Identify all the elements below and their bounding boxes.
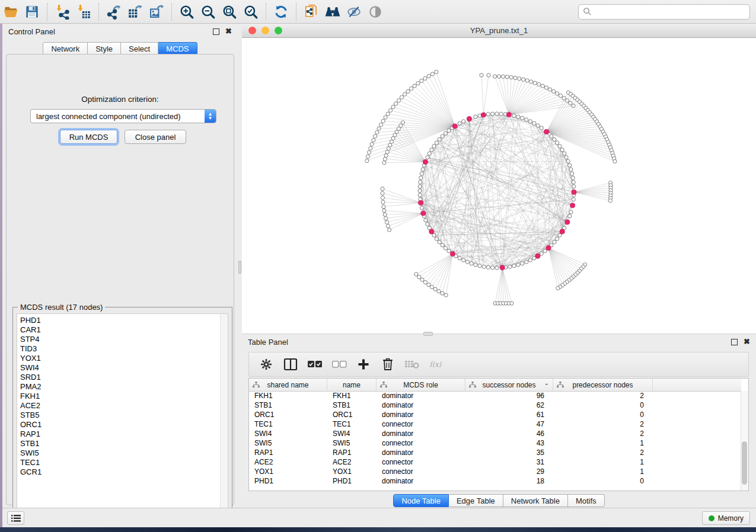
mcds-result-item[interactable]: SWI4 bbox=[20, 363, 228, 373]
network-view-window: YPA_prune.txt_1 bbox=[242, 24, 756, 334]
column-header-name[interactable]: name bbox=[327, 379, 377, 391]
table-tab-network-table[interactable]: Network Table bbox=[503, 494, 568, 507]
mcds-result-item[interactable]: TEC1 bbox=[20, 458, 228, 467]
export-image-icon[interactable] bbox=[146, 2, 167, 21]
table-row[interactable]: STB1STB1dominator620 bbox=[249, 400, 741, 410]
close-panel-icon[interactable]: ✖ bbox=[225, 28, 232, 34]
node-column-icon bbox=[253, 382, 260, 390]
zoom-fit-icon[interactable] bbox=[219, 2, 240, 21]
table-cell: SWI4 bbox=[249, 430, 327, 438]
export-network-icon[interactable] bbox=[103, 2, 125, 21]
show-graphics-details-icon[interactable] bbox=[365, 2, 386, 21]
search-binoculars-icon[interactable] bbox=[322, 2, 343, 21]
open-file-icon[interactable] bbox=[0, 2, 21, 21]
mcds-result-item[interactable]: PHD1 bbox=[20, 316, 228, 325]
table-row[interactable]: FKH1FKH1dominator962 bbox=[249, 391, 741, 400]
mcds-result-item[interactable]: STB5 bbox=[20, 411, 228, 420]
run-mcds-button[interactable]: Run MCDS bbox=[60, 130, 117, 144]
network-window-titlebar[interactable]: YPA_prune.txt_1 bbox=[242, 24, 756, 38]
delete-columns-icon[interactable] bbox=[380, 357, 395, 372]
zoom-selected-icon[interactable] bbox=[240, 2, 261, 21]
table-cell: connector bbox=[377, 420, 465, 428]
float-panel-icon[interactable] bbox=[213, 28, 219, 35]
table-cell: 62 bbox=[465, 401, 553, 409]
table-cell: 35 bbox=[465, 448, 553, 457]
table-cell: ORC1 bbox=[327, 411, 377, 419]
table-tab-motifs[interactable]: Motifs bbox=[568, 494, 605, 507]
mcds-result-list[interactable]: PHD1CAR1STP4TID3YOX1SWI4SRD1PMA2FKH1ACE2… bbox=[17, 313, 228, 524]
table-cell: connector bbox=[377, 439, 465, 447]
table-scrollbar[interactable] bbox=[741, 391, 748, 491]
select-all-rows-icon[interactable] bbox=[307, 357, 323, 372]
mcds-result-item[interactable]: TID3 bbox=[20, 344, 228, 354]
column-header-predecessor-nodes[interactable]: predecessor nodes bbox=[553, 379, 653, 391]
network-nodes[interactable] bbox=[365, 70, 617, 305]
mcds-result-item[interactable]: ORC1 bbox=[20, 420, 228, 430]
memory-button[interactable]: Memory bbox=[702, 511, 750, 525]
table-cell: 1 bbox=[553, 467, 653, 476]
import-table-icon[interactable] bbox=[73, 2, 94, 21]
scrollbar-thumb[interactable] bbox=[742, 441, 747, 485]
network-search-box[interactable] bbox=[578, 4, 750, 20]
table-row[interactable]: TEC1TEC1connector472 bbox=[249, 419, 741, 429]
close-table-panel-icon[interactable]: ✖ bbox=[744, 339, 750, 345]
show-columns-icon[interactable] bbox=[283, 357, 298, 372]
zoom-out-icon[interactable] bbox=[197, 2, 219, 21]
deselect-all-rows-icon[interactable] bbox=[331, 357, 347, 372]
zoom-in-icon[interactable] bbox=[176, 2, 197, 21]
table-options-gear-icon[interactable] bbox=[259, 357, 274, 372]
task-history-button[interactable] bbox=[7, 511, 24, 525]
mcds-result-item[interactable]: GCR1 bbox=[20, 467, 228, 477]
table-row[interactable]: PHD1PHD1dominator180 bbox=[249, 476, 741, 486]
hide-graphics-details-icon[interactable] bbox=[343, 2, 365, 21]
task-list-icon bbox=[11, 514, 21, 523]
table-tab-edge-table[interactable]: Edge Table bbox=[449, 494, 503, 507]
sort-indicator-icon: ⌄ bbox=[544, 380, 549, 386]
add-column-icon[interactable] bbox=[356, 357, 371, 372]
table-row[interactable]: ORC1ORC1dominator610 bbox=[249, 410, 741, 419]
mcds-result-item[interactable]: YOX1 bbox=[20, 354, 228, 363]
column-header-MCDS-role[interactable]: MCDS role bbox=[377, 379, 465, 391]
mcds-result-item[interactable]: ACE2 bbox=[20, 401, 228, 411]
table-row[interactable]: RAP1RAP1dominator352 bbox=[249, 448, 741, 457]
tab-network[interactable]: Network bbox=[43, 42, 88, 55]
table-row[interactable]: SWI5SWI5connector431 bbox=[249, 438, 741, 448]
mcds-result-item[interactable]: SRD1 bbox=[20, 373, 228, 382]
mcds-result-item[interactable]: CAR1 bbox=[20, 325, 228, 335]
dropdown-stepper-icon: ▲▼ bbox=[205, 110, 216, 123]
refresh-layout-icon[interactable] bbox=[270, 2, 292, 21]
close-panel-button[interactable]: Close panel bbox=[125, 130, 186, 144]
network-canvas[interactable] bbox=[242, 38, 756, 334]
table-cell: 18 bbox=[465, 477, 553, 485]
mcds-list-scrollbar[interactable] bbox=[220, 314, 228, 523]
mcds-result-item[interactable]: SWI5 bbox=[20, 448, 228, 458]
table-cell: 96 bbox=[465, 392, 553, 400]
table-toolbar: f(x) bbox=[248, 352, 749, 377]
mcds-result-item[interactable]: RAP1 bbox=[20, 430, 228, 439]
table-cell: 46 bbox=[465, 430, 553, 438]
column-header-shared-name[interactable]: shared name bbox=[249, 379, 327, 391]
column-header-successor-nodes[interactable]: successor nodes⌄ bbox=[465, 379, 553, 391]
share-session-icon[interactable] bbox=[301, 2, 322, 21]
splitter-grip[interactable] bbox=[238, 261, 241, 274]
mcds-result-item[interactable]: STB1 bbox=[20, 439, 228, 448]
table-row[interactable]: SWI4SWI4dominator462 bbox=[249, 429, 741, 438]
vertical-splitter[interactable] bbox=[238, 24, 242, 508]
mcds-result-item[interactable]: FKH1 bbox=[20, 392, 228, 401]
tab-select[interactable]: Select bbox=[121, 42, 158, 55]
tab-style[interactable]: Style bbox=[88, 42, 121, 55]
table-row[interactable]: YOX1YOX1connector291 bbox=[249, 467, 741, 476]
node-column-icon bbox=[557, 382, 564, 390]
import-network-icon[interactable] bbox=[52, 2, 73, 21]
mcds-result-item[interactable]: STP4 bbox=[20, 335, 228, 344]
tab-mcds[interactable]: MCDS bbox=[158, 42, 197, 55]
search-input[interactable] bbox=[592, 7, 749, 17]
table-cell: PHD1 bbox=[327, 477, 377, 485]
export-table-icon[interactable] bbox=[125, 2, 146, 21]
optimization-criterion-dropdown[interactable]: largest connected component (undirected)… bbox=[30, 109, 216, 123]
save-session-icon[interactable] bbox=[21, 2, 43, 21]
table-tab-node-table[interactable]: Node Table bbox=[393, 494, 449, 507]
float-table-panel-icon[interactable] bbox=[731, 339, 738, 345]
table-row[interactable]: ACE2ACE2connector311 bbox=[249, 457, 741, 467]
mcds-result-item[interactable]: PMA2 bbox=[20, 382, 228, 392]
